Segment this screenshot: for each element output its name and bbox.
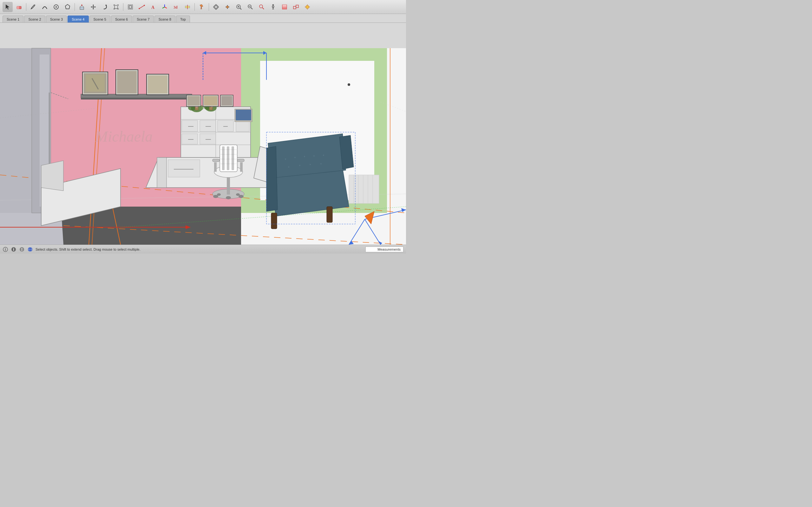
svg-marker-10 [105, 4, 107, 6]
globe-icon[interactable] [27, 246, 33, 252]
svg-rect-17 [129, 6, 132, 8]
info-icon-1[interactable] [3, 246, 8, 252]
svg-point-171 [310, 164, 311, 165]
svg-point-198 [21, 250, 22, 250]
svg-rect-14 [113, 8, 115, 9]
svg-point-30 [213, 6, 218, 8]
svg-point-167 [313, 155, 315, 157]
axes-tool[interactable] [159, 2, 170, 12]
pencil-tool[interactable] [28, 2, 38, 12]
zoomsel-tool[interactable] [257, 2, 267, 12]
svg-rect-156 [227, 147, 229, 170]
svg-marker-160 [266, 147, 277, 211]
svg-point-186 [348, 83, 350, 86]
svg-text:A: A [151, 5, 155, 10]
circle-tool[interactable] [51, 2, 61, 12]
warning-icon[interactable] [19, 246, 25, 252]
walkt-tool[interactable] [268, 2, 278, 12]
tab-top[interactable]: Top [176, 15, 190, 22]
svg-marker-184 [41, 161, 63, 191]
svg-rect-15 [117, 8, 119, 9]
svg-rect-155 [222, 147, 224, 170]
section-tool[interactable] [183, 2, 193, 12]
toolbar-sep-2 [74, 3, 75, 11]
svg-rect-192 [5, 249, 6, 250]
svg-rect-32 [226, 6, 229, 8]
text-tool[interactable]: A [148, 2, 158, 12]
orbit-tool[interactable] [211, 2, 221, 12]
svg-rect-106 [200, 134, 216, 144]
svg-rect-121 [209, 107, 212, 110]
move-tool[interactable] [88, 2, 98, 12]
toolbar-sep-3 [123, 3, 123, 11]
svg-rect-133 [157, 158, 166, 187]
svg-rect-47 [296, 5, 299, 8]
svg-rect-131 [236, 110, 251, 120]
pan-tool[interactable] [222, 2, 233, 12]
svg-point-194 [13, 248, 14, 248]
toolbar-sep-5 [209, 3, 209, 11]
svg-rect-16 [128, 5, 133, 9]
svg-point-141 [217, 193, 221, 196]
tab-scene3[interactable]: Scene 3 [46, 15, 67, 22]
svg-point-169 [288, 166, 289, 168]
svg-rect-128 [221, 96, 232, 106]
svg-rect-5 [80, 7, 84, 9]
component-tool[interactable] [291, 2, 301, 12]
svg-rect-153 [214, 162, 217, 172]
shadow-tool[interactable] [302, 2, 312, 12]
svg-point-40 [259, 5, 263, 8]
tab-scene2[interactable]: Scene 2 [24, 15, 45, 22]
tab-scene1[interactable]: Scene 1 [3, 15, 23, 22]
toolbar: A 3d [0, 0, 406, 14]
svg-line-22 [165, 7, 167, 8]
svg-rect-11 [114, 5, 118, 9]
3dtext-tool[interactable]: 3d [171, 2, 181, 12]
arc-tool[interactable] [40, 2, 50, 12]
scene-tabs: Scene 1 Scene 2 Scene 3 Scene 4 Scene 5 … [0, 14, 406, 23]
offset-tool[interactable] [125, 2, 136, 12]
svg-point-164 [285, 158, 286, 160]
svg-text:Michaela: Michaela [95, 128, 153, 145]
select-tool[interactable] [3, 2, 13, 12]
scale-tool[interactable] [111, 2, 121, 12]
svg-point-42 [272, 4, 274, 6]
svg-rect-94 [117, 71, 137, 94]
toolbar-sep-4 [194, 3, 195, 11]
svg-rect-126 [204, 96, 217, 106]
svg-point-172 [320, 163, 322, 164]
svg-rect-44 [282, 6, 287, 8]
svg-rect-152 [237, 159, 244, 162]
polygon-tool[interactable] [62, 2, 72, 12]
paint-tool[interactable] [197, 2, 207, 12]
tab-scene4[interactable]: Scene 4 [67, 15, 89, 22]
rotate-tool[interactable] [100, 2, 110, 12]
svg-point-3 [55, 6, 57, 8]
svg-rect-105 [182, 134, 198, 144]
info-icon-2[interactable] [11, 246, 16, 252]
tab-scene6[interactable]: Scene 6 [111, 15, 132, 22]
svg-point-166 [304, 156, 305, 157]
eraser-tool[interactable] [14, 2, 24, 12]
svg-point-168 [323, 155, 324, 156]
svg-rect-87 [81, 98, 192, 100]
zoomfit-tool[interactable] [245, 2, 255, 12]
layerb-tool[interactable] [280, 2, 290, 12]
pushpull-tool[interactable] [77, 2, 87, 12]
tab-scene7[interactable]: Scene 7 [133, 15, 154, 22]
svg-rect-104 [200, 120, 216, 131]
tab-scene8[interactable]: Scene 8 [154, 15, 175, 22]
viewport[interactable]: Michaela [0, 23, 406, 245]
svg-rect-154 [240, 162, 243, 172]
svg-point-49 [306, 5, 309, 9]
svg-rect-195 [13, 249, 14, 250]
tab-scene5[interactable]: Scene 5 [90, 15, 110, 22]
tape-tool[interactable] [137, 2, 147, 12]
svg-rect-163 [327, 207, 333, 222]
zoom-tool[interactable] [234, 2, 244, 12]
measurements-label: Measurements [377, 247, 401, 251]
measurements-box[interactable]: Measurements [365, 246, 403, 252]
svg-point-165 [294, 157, 296, 158]
statusbar: Select objects. Shift to extend select. … [0, 245, 406, 253]
svg-rect-134 [168, 160, 200, 177]
